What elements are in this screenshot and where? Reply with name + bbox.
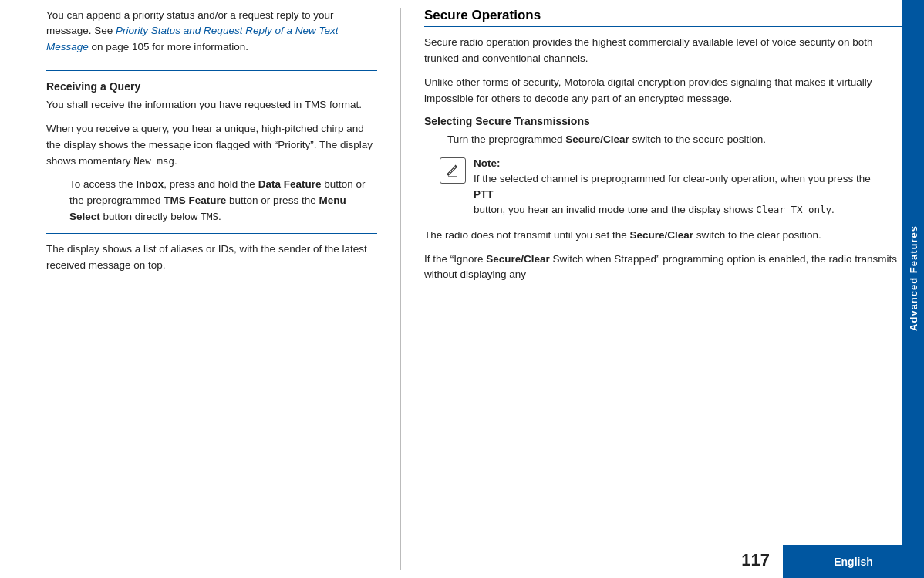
sel-p2-after: switch to the clear position. xyxy=(693,229,821,241)
left-column: You can append a priority status and/or … xyxy=(0,8,401,570)
intro-paragraph: You can append a priority status and/or … xyxy=(46,8,377,55)
receiving-query-heading: Receiving a Query xyxy=(46,80,377,93)
intro-text-after: on page 105 for more information. xyxy=(89,41,248,52)
ind-mid4: button directly below xyxy=(100,211,201,222)
note-label: Note: xyxy=(474,156,871,171)
bottom-para: The display shows a list of aliases or I… xyxy=(46,242,377,274)
sel-p2-before: The radio does not transmit until you se… xyxy=(424,229,629,241)
ind-mid1: , press and hold the xyxy=(164,178,258,190)
receiving-para2: When you receive a query, you hear a uni… xyxy=(46,121,377,170)
note-ptt: PTT xyxy=(474,187,871,202)
note-text-before: If the selected channel is preprogrammed… xyxy=(474,173,871,184)
selecting-para1: Turn the preprogrammed Secure/Clear swit… xyxy=(447,132,909,148)
note-text-after: . xyxy=(831,204,835,215)
ind-end: . xyxy=(218,211,221,222)
ind-inbox: Inbox xyxy=(136,178,164,190)
para2-mono: New msg xyxy=(133,155,174,167)
intro-block: You can append a priority status and/or … xyxy=(46,8,377,71)
language-label: English xyxy=(834,556,873,568)
selecting-para3: If the “Ignore Secure/Clear Switch when … xyxy=(424,252,909,284)
note-icon xyxy=(440,157,466,184)
sel-p1-before: Turn the preprogrammed xyxy=(447,134,565,145)
vertical-tab: Advanced Features xyxy=(902,0,924,556)
para2-after: . xyxy=(174,155,177,167)
sidebar-label: Advanced Features xyxy=(908,225,919,331)
pencil-icon xyxy=(445,163,460,178)
note-text-mid: button, you hear an invalid mode tone an… xyxy=(474,204,756,215)
ind-data: Data Feature xyxy=(258,178,322,190)
sel-p1-bold: Secure/Clear xyxy=(565,134,629,145)
para2-before: When you receive a query, you hear a uni… xyxy=(46,123,373,167)
section-divider xyxy=(46,233,377,234)
secure-ops-para1: Secure radio operation provides the high… xyxy=(424,35,909,67)
bottom-language-bar: English xyxy=(783,545,924,578)
sel-p3-before: If the “Ignore xyxy=(424,253,486,265)
secure-ops-para2: Unlike other forms of security, Motorola… xyxy=(424,75,909,107)
page-number: 117 xyxy=(741,550,770,570)
sel-p2-bold: Secure/Clear xyxy=(629,229,693,241)
selecting-para2: The radio does not transmit until you se… xyxy=(424,228,909,244)
note-block: Note: If the selected channel is preprog… xyxy=(440,156,909,218)
secure-ops-section: Secure Operations Secure radio operation… xyxy=(424,8,909,107)
note-mono: Clear TX only xyxy=(756,204,831,215)
receiving-query-section: Receiving a Query You shall receive the … xyxy=(46,80,377,225)
page-container: You can append a priority status and/or … xyxy=(0,0,924,578)
indented-para: To access the Inbox, press and hold the … xyxy=(69,177,377,225)
sel-p3-bold: Secure/Clear xyxy=(486,253,550,265)
note-content: Note: If the selected channel is preprog… xyxy=(474,156,871,218)
ind-tms2: TMS xyxy=(201,211,218,222)
selecting-heading: Selecting Secure Transmissions xyxy=(424,115,909,127)
main-content: You can append a priority status and/or … xyxy=(0,0,924,578)
secure-ops-heading: Secure Operations xyxy=(424,8,909,27)
ind-tms: TMS Feature xyxy=(164,194,226,206)
ind-before: To access the xyxy=(69,178,136,190)
ind-mid3: button or press the xyxy=(226,194,319,206)
right-column: Secure Operations Secure radio operation… xyxy=(401,8,924,570)
sel-p1-after: switch to the secure position. xyxy=(629,134,766,145)
selecting-section: Selecting Secure Transmissions Turn the … xyxy=(424,115,909,284)
receiving-para1: You shall receive the information you ha… xyxy=(46,97,377,113)
